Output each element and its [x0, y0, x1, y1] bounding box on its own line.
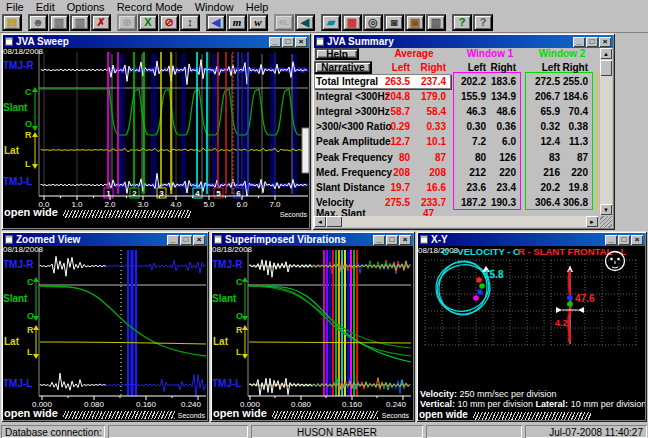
jva-summary-titlebar[interactable]: JVA Summary _□×	[314, 35, 613, 48]
maximize-button[interactable]: □	[586, 37, 598, 47]
zoomed-view-titlebar[interactable]: Zoomed View _□×	[3, 233, 207, 246]
minimize-button[interactable]: _	[167, 235, 179, 245]
window-controls: _□×	[605, 235, 643, 245]
channel-slant-label: Slant	[3, 103, 27, 113]
slant-closed-label: C	[25, 88, 32, 97]
waveform-icon[interactable]: w	[248, 14, 268, 31]
slant-open-label: O	[25, 120, 32, 129]
annotation-open-wide: open wide	[419, 410, 468, 420]
group-header-window1: Window 1	[467, 49, 514, 59]
window-title: JVA Summary	[327, 36, 394, 47]
svg-text:0.080: 0.080	[84, 400, 105, 409]
maximize-button[interactable]: □	[180, 235, 192, 245]
close-button[interactable]: ×	[193, 235, 205, 245]
close-button[interactable]: ×	[399, 235, 411, 245]
menu-options[interactable]: Options	[61, 1, 111, 13]
slant-closed-label: C	[27, 278, 34, 287]
channel-lateral-label: Lat	[213, 337, 228, 347]
context-help-icon[interactable]: ?	[473, 14, 493, 31]
rl-channels-icon[interactable]: RL	[274, 14, 294, 31]
velocity-peak-value: 15.8	[484, 270, 503, 280]
maximize-button[interactable]: □	[386, 235, 398, 245]
video-icon[interactable]: ◙	[384, 14, 404, 31]
row-value: 184.6	[552, 92, 588, 102]
copy-exam-icon[interactable]: ▥	[49, 14, 69, 31]
channel-tmj-right-label: TMJ-R	[212, 260, 243, 270]
superimposed-plot: 0.0000.0800.1600.240 open wide Seconds 0…	[212, 246, 413, 420]
zoom-tool-icon[interactable]: ⊕	[117, 14, 137, 31]
slant-open-label: O	[236, 312, 243, 321]
close-button[interactable]: ×	[295, 37, 307, 47]
svg-text:7.0: 7.0	[269, 200, 281, 209]
scale-adjust-icon[interactable]: ↕	[180, 14, 200, 31]
channel-slant-label: Slant	[3, 294, 27, 304]
velocity-scale-label: Velocity:	[420, 389, 457, 399]
help-icon[interactable]: ?	[452, 14, 472, 31]
jva-sweep-titlebar[interactable]: JVA Sweep _□×	[3, 35, 309, 48]
svg-text:5.0: 5.0	[203, 200, 215, 209]
row-value: 237.4	[410, 77, 446, 87]
vertical-scroll-thumb[interactable]	[600, 60, 612, 76]
stop-icon[interactable]: ⊘	[159, 14, 179, 31]
archive-box-icon[interactable]: ▣	[405, 14, 425, 31]
channel-lateral-label: Lat	[4, 146, 19, 156]
slant-closed-label: C	[236, 278, 243, 287]
scroll-down-button[interactable]: ▼	[600, 204, 612, 215]
window-title: JVA Sweep	[16, 36, 69, 47]
menu-help[interactable]: Help	[240, 1, 275, 13]
minimize-button[interactable]: _	[373, 235, 385, 245]
status-patient-name: HUSON BARBER	[251, 425, 423, 438]
svg-text:1.0: 1.0	[71, 200, 83, 209]
superimposed-titlebar[interactable]: Superimposed Vibrations _□×	[212, 233, 413, 246]
minimize-button[interactable]: _	[573, 37, 585, 47]
camera-icon[interactable]: ◎	[363, 14, 383, 31]
marker-arrow-icon[interactable]: ◀	[295, 14, 315, 31]
slant-open-label: O	[27, 312, 34, 321]
horizontal-scroll-thumb[interactable]	[326, 216, 342, 227]
row-value: 275.5	[374, 198, 410, 208]
record-date: 08/18/2008	[212, 246, 252, 254]
menu-file[interactable]: File	[0, 1, 30, 13]
lateral-scale-label: Lateral:	[536, 399, 569, 409]
maximize-button[interactable]: □	[618, 235, 630, 245]
svg-text:5: 5	[216, 189, 221, 198]
close-button[interactable]: ×	[599, 37, 611, 47]
sound-playback-icon[interactable]: ◀	[206, 14, 226, 31]
duplicate-exam-icon[interactable]: ▥	[70, 14, 90, 31]
svg-text:6.0: 6.0	[236, 200, 248, 209]
color-settings-icon[interactable]: ▦	[342, 14, 362, 31]
maximize-button[interactable]: □	[282, 37, 294, 47]
menu-edit[interactable]: Edit	[30, 1, 61, 13]
resize-grip[interactable]	[600, 216, 612, 228]
minimize-button[interactable]: _	[605, 235, 617, 245]
annotation-open-wide: open wide	[213, 408, 267, 419]
close-button[interactable]: ×	[631, 235, 643, 245]
menu-window[interactable]: Window	[189, 1, 240, 13]
help-button[interactable]: Help	[315, 48, 359, 60]
annotation-open-wide: open wide	[4, 408, 58, 419]
row-value: 220	[552, 168, 588, 178]
menu-record-mode[interactable]: Record Mode	[111, 1, 189, 13]
minimize-button[interactable]: _	[269, 37, 281, 47]
narrative-button[interactable]: Narrative	[314, 61, 372, 74]
print-icon[interactable]: ▥	[426, 14, 446, 31]
toolbar-group: ⊕X⊘↕	[117, 14, 200, 31]
new-patient-icon[interactable]: ☻	[28, 14, 48, 31]
document-icon	[5, 37, 13, 46]
scroll-right-button[interactable]: ►	[586, 216, 598, 227]
svg-text:6: 6	[236, 189, 241, 198]
xy-titlebar[interactable]: X-Y _□×	[418, 233, 645, 246]
scroll-left-button[interactable]: ◄	[314, 216, 326, 227]
save-disk-icon[interactable]: ▰	[321, 14, 341, 31]
delete-exam-icon[interactable]: ✗	[91, 14, 111, 31]
horizontal-scrollbar[interactable]	[314, 216, 598, 227]
open-patient-file-icon[interactable]: ▤	[2, 14, 22, 31]
scroll-up-button[interactable]: ▲	[600, 48, 612, 59]
excel-export-icon[interactable]: X	[138, 14, 158, 31]
median-frequency-icon[interactable]: m	[227, 14, 247, 31]
toolbar-group: ▰▦◎◙▣▥	[321, 14, 446, 31]
application-window: FileEditOptionsRecord ModeWindowHelp ▤☻▥…	[0, 0, 648, 438]
group-header-window2: Window 2	[539, 49, 586, 59]
annotation-hatch	[63, 411, 175, 419]
document-icon	[214, 235, 222, 244]
